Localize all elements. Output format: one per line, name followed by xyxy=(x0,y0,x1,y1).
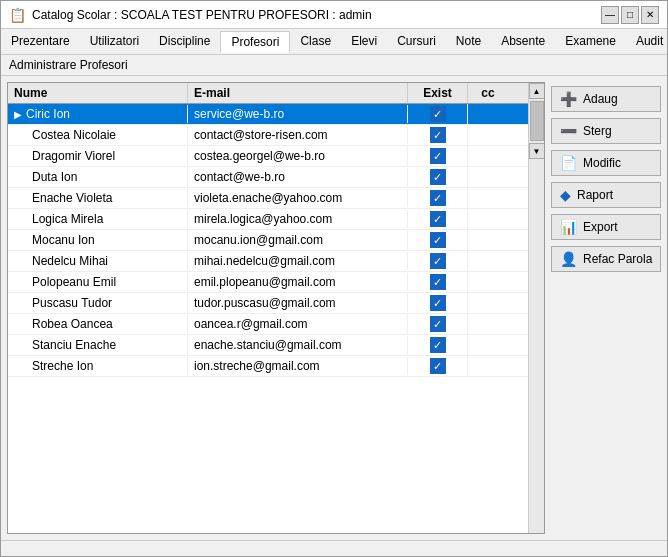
cell-name: Stanciu Enache xyxy=(8,336,188,354)
table-row[interactable]: ▶Ciric Ionservice@we-b.ro✓ xyxy=(8,104,528,125)
cell-email: ion.streche@gmail.com xyxy=(188,357,408,375)
cell-cc xyxy=(468,322,508,326)
modify-button[interactable]: 📄Modific xyxy=(551,150,661,176)
main-window: 📋 Catalog Scolar : SCOALA TEST PENTRU PR… xyxy=(0,0,668,557)
main-content: Nume E-mail Exist cc ▶Ciric Ionservice@w… xyxy=(1,76,667,540)
maximize-button[interactable]: □ xyxy=(621,6,639,24)
table-row[interactable]: Enache Violetavioleta.enache@yahoo.com✓ xyxy=(8,188,528,209)
cell-name: Robea Oancea xyxy=(8,315,188,333)
scroll-up-button[interactable]: ▲ xyxy=(529,83,545,99)
checkbox-checked-icon: ✓ xyxy=(430,127,446,143)
cell-cc xyxy=(468,364,508,368)
title-controls: — □ ✕ xyxy=(601,6,659,24)
minimize-button[interactable]: — xyxy=(601,6,619,24)
menu-item-prezentare[interactable]: Prezentare xyxy=(1,31,80,52)
add-icon: ➕ xyxy=(560,91,577,107)
cell-name-text: Stanciu Enache xyxy=(32,338,116,352)
cell-name: Puscasu Tudor xyxy=(8,294,188,312)
cell-name-text: Streche Ion xyxy=(32,359,93,373)
cell-exist: ✓ xyxy=(408,188,468,208)
cell-cc xyxy=(468,301,508,305)
cell-exist: ✓ xyxy=(408,167,468,187)
report-icon: ◆ xyxy=(560,187,571,203)
menu-item-examene[interactable]: Examene xyxy=(555,31,626,52)
checkbox-checked-icon: ✓ xyxy=(430,211,446,227)
table-row[interactable]: Nedelcu Mihaimihai.nedelcu@gmail.com✓ xyxy=(8,251,528,272)
cell-name: Mocanu Ion xyxy=(8,231,188,249)
cell-name-text: Nedelcu Mihai xyxy=(32,254,108,268)
menu-item-utilizatori[interactable]: Utilizatori xyxy=(80,31,149,52)
table-row[interactable]: Duta Ioncontact@we-b.ro✓ xyxy=(8,167,528,188)
scroll-down-button[interactable]: ▼ xyxy=(529,143,545,159)
menu-item-profesori[interactable]: Profesori xyxy=(220,31,290,53)
checkbox-checked-icon: ✓ xyxy=(430,295,446,311)
add-button-label: Adaug xyxy=(583,92,618,106)
table-row[interactable]: Robea Oanceaoancea.r@gmail.com✓ xyxy=(8,314,528,335)
table-row[interactable]: Polopeanu Emilemil.plopeanu@gmail.com✓ xyxy=(8,272,528,293)
cell-email: violeta.enache@yahoo.com xyxy=(188,189,408,207)
modify-icon: 📄 xyxy=(560,155,577,171)
table-row[interactable]: Puscasu Tudortudor.puscasu@gmail.com✓ xyxy=(8,293,528,314)
menu-item-elevi[interactable]: Elevi xyxy=(341,31,387,52)
table-body[interactable]: ▶Ciric Ionservice@we-b.ro✓Costea Nicolai… xyxy=(8,104,528,533)
table-row[interactable]: Dragomir Viorelcostea.georgel@we-b.ro✓ xyxy=(8,146,528,167)
menu-item-discipline[interactable]: Discipline xyxy=(149,31,220,52)
cell-cc xyxy=(468,343,508,347)
delete-button-label: Sterg xyxy=(583,124,612,138)
checkbox-checked-icon: ✓ xyxy=(430,106,446,122)
cell-cc xyxy=(468,154,508,158)
report-button[interactable]: ◆Raport xyxy=(551,182,661,208)
row-arrow-icon: ▶ xyxy=(14,109,22,120)
reset-password-button-label: Refac Parola xyxy=(583,252,652,266)
scroll-thumb[interactable] xyxy=(530,101,544,141)
checkbox-checked-icon: ✓ xyxy=(430,253,446,269)
cell-email: mihai.nedelcu@gmail.com xyxy=(188,252,408,270)
cell-name-text: Ciric Ion xyxy=(26,107,70,121)
table-header: Nume E-mail Exist cc xyxy=(8,83,528,104)
sub-menu-bar: Administrare Profesori xyxy=(1,55,667,76)
cell-email: service@we-b.ro xyxy=(188,105,408,123)
cell-exist: ✓ xyxy=(408,104,468,124)
cell-name-text: Logica Mirela xyxy=(32,212,103,226)
scrollbar[interactable]: ▲ ▼ xyxy=(528,83,544,533)
checkbox-checked-icon: ✓ xyxy=(430,358,446,374)
table-row[interactable]: Costea Nicolaiecontact@store-risen.com✓ xyxy=(8,125,528,146)
checkbox-checked-icon: ✓ xyxy=(430,148,446,164)
cell-exist: ✓ xyxy=(408,146,468,166)
close-button[interactable]: ✕ xyxy=(641,6,659,24)
cell-email: contact@we-b.ro xyxy=(188,168,408,186)
cell-name-text: Puscasu Tudor xyxy=(32,296,112,310)
cell-exist: ✓ xyxy=(408,314,468,334)
cell-email: enache.stanciu@gmail.com xyxy=(188,336,408,354)
cell-name-text: Enache Violeta xyxy=(32,191,113,205)
cell-name: Costea Nicolaie xyxy=(8,126,188,144)
table-row[interactable]: Mocanu Ionmocanu.ion@gmail.com✓ xyxy=(8,230,528,251)
menu-item-audit[interactable]: Audit xyxy=(626,31,668,52)
delete-icon: ➖ xyxy=(560,123,577,139)
cell-email: mocanu.ion@gmail.com xyxy=(188,231,408,249)
cell-name-text: Duta Ion xyxy=(32,170,77,184)
table-row[interactable]: Logica Mirelamirela.logica@yahoo.com✓ xyxy=(8,209,528,230)
table-row[interactable]: Stanciu Enacheenache.stanciu@gmail.com✓ xyxy=(8,335,528,356)
menu-item-cursuri[interactable]: Cursuri xyxy=(387,31,446,52)
cell-cc xyxy=(468,259,508,263)
menu-item-clase[interactable]: Clase xyxy=(290,31,341,52)
menu-item-note[interactable]: Note xyxy=(446,31,491,52)
reset-password-button[interactable]: 👤Refac Parola xyxy=(551,246,661,272)
cell-cc xyxy=(468,175,508,179)
cell-name-text: Dragomir Viorel xyxy=(32,149,115,163)
cell-name-text: Robea Oancea xyxy=(32,317,113,331)
table-row[interactable]: Streche Ionion.streche@gmail.com✓ xyxy=(8,356,528,377)
add-button[interactable]: ➕Adaug xyxy=(551,86,661,112)
cell-exist: ✓ xyxy=(408,335,468,355)
menu-item-absente[interactable]: Absente xyxy=(491,31,555,52)
menu-bar: PrezentareUtilizatoriDisciplineProfesori… xyxy=(1,29,667,55)
modify-button-label: Modific xyxy=(583,156,621,170)
cell-email: mirela.logica@yahoo.com xyxy=(188,210,408,228)
checkbox-checked-icon: ✓ xyxy=(430,274,446,290)
export-button[interactable]: 📊Export xyxy=(551,214,661,240)
title-bar: 📋 Catalog Scolar : SCOALA TEST PENTRU PR… xyxy=(1,1,667,29)
delete-button[interactable]: ➖Sterg xyxy=(551,118,661,144)
bottom-bar xyxy=(1,540,667,556)
cell-name: Enache Violeta xyxy=(8,189,188,207)
